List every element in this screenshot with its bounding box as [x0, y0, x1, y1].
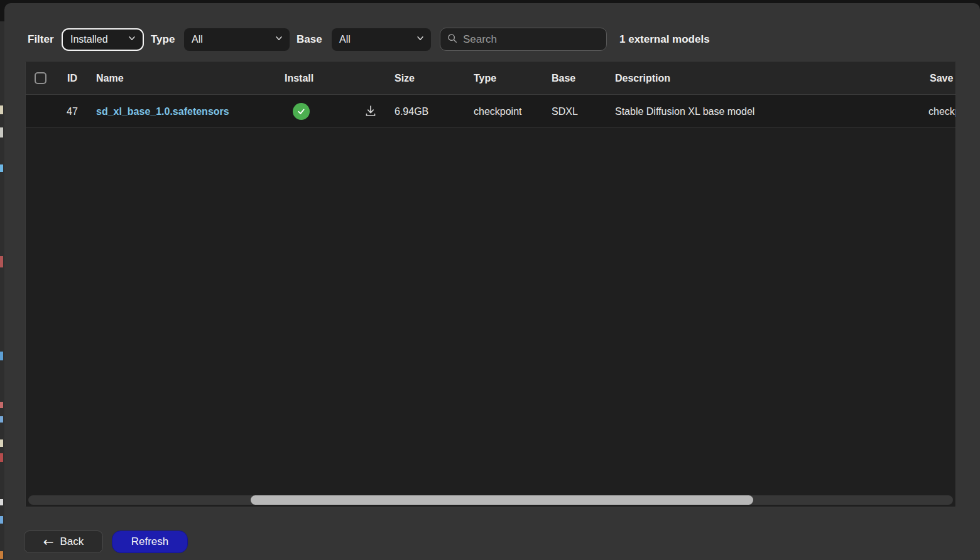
model-save-path: checkpoints: [928, 95, 956, 128]
column-header-name: Name: [96, 62, 124, 95]
column-header-type: Type: [474, 62, 496, 95]
base-select-value: All: [339, 34, 351, 45]
search-box: [440, 28, 607, 51]
installed-check-icon: [293, 103, 310, 120]
table-row: 47 sd_xl_base_1.0.safetensors 6.94GB che…: [26, 95, 956, 128]
background-fragment: [0, 105, 3, 114]
download-icon[interactable]: [364, 104, 378, 118]
refresh-button[interactable]: Refresh: [112, 530, 188, 553]
filter-toolbar: Filter Installed Type All Base All: [4, 28, 980, 51]
background-fragment: [0, 164, 3, 172]
model-type: checkpoint: [474, 95, 522, 128]
column-header-base: Base: [552, 62, 575, 95]
select-all-checkbox[interactable]: [35, 72, 46, 84]
horizontal-scrollbar-track[interactable]: [28, 495, 953, 505]
background-fragment: [0, 352, 3, 360]
background-fragment: [0, 416, 3, 423]
table-header-row: ID Name Install Size Type Base Descripti…: [26, 62, 956, 95]
refresh-button-label: Refresh: [131, 536, 169, 548]
column-header-save: Save: [930, 62, 953, 95]
model-name-cell: sd_xl_base_1.0.safetensors: [96, 95, 229, 128]
background-fragment: [0, 499, 3, 505]
search-input[interactable]: [463, 33, 589, 46]
type-select[interactable]: All: [184, 28, 290, 51]
column-header-install: Install: [285, 62, 313, 95]
column-header-description: Description: [615, 62, 670, 95]
background-fragment: [0, 453, 3, 462]
column-header-id: ID: [67, 62, 77, 95]
background-fragment: [0, 439, 3, 447]
chevron-down-icon: [416, 34, 425, 45]
search-icon: [447, 33, 458, 46]
background-fragment: [0, 551, 3, 559]
left-arrow-icon: ←: [43, 536, 54, 548]
external-models-count: 1 external models: [619, 28, 710, 51]
column-header-size: Size: [395, 62, 415, 95]
background-fragment: [0, 402, 3, 408]
filter-select[interactable]: Installed: [62, 28, 144, 51]
models-table: ID Name Install Size Type Base Descripti…: [25, 61, 956, 507]
model-id: 47: [67, 95, 78, 128]
horizontal-scrollbar-thumb[interactable]: [251, 495, 753, 505]
model-name-link[interactable]: sd_xl_base_1.0.safetensors: [96, 106, 229, 117]
chevron-down-icon: [275, 34, 283, 45]
base-label: Base: [297, 28, 322, 51]
background-fragment: [0, 256, 3, 267]
type-label: Type: [151, 28, 175, 51]
model-manager-dialog: Filter Installed Type All Base All: [4, 3, 980, 560]
type-select-value: All: [192, 34, 203, 45]
filter-select-value: Installed: [70, 34, 108, 45]
background-fragment: [0, 127, 3, 137]
back-button-label: Back: [60, 536, 84, 548]
model-size: 6.94GB: [395, 95, 428, 128]
background-page-strip: [0, 21, 4, 560]
model-description: Stable Diffusion XL base model: [615, 95, 754, 128]
back-button[interactable]: ← Back: [24, 530, 103, 553]
chevron-down-icon: [128, 34, 136, 45]
base-select[interactable]: All: [332, 28, 431, 51]
filter-label: Filter: [28, 28, 54, 51]
model-base: SDXL: [552, 95, 578, 128]
background-fragment: [0, 516, 3, 524]
